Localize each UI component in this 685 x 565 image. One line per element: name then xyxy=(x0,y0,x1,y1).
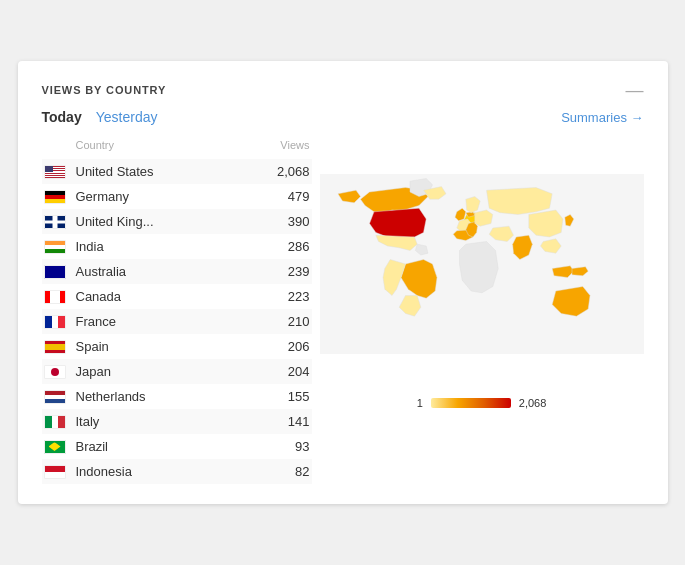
country-views: 204 xyxy=(270,364,310,379)
country-name: Indonesia xyxy=(76,464,270,479)
country-name: United States xyxy=(76,164,270,179)
table-row[interactable]: Netherlands155 xyxy=(42,384,312,409)
flag-de xyxy=(44,190,66,204)
legend-min: 1 xyxy=(417,397,423,409)
flag-id xyxy=(44,465,66,479)
table-section: Country Views United States2,068Germany4… xyxy=(42,139,312,484)
country-views: 206 xyxy=(270,339,310,354)
country-name: France xyxy=(76,314,270,329)
summaries-link[interactable]: Summaries → xyxy=(561,110,643,125)
country-views: 390 xyxy=(270,214,310,229)
flag-it xyxy=(44,415,66,429)
country-name: Netherlands xyxy=(76,389,270,404)
country-name: United King... xyxy=(76,214,270,229)
country-views: 155 xyxy=(270,389,310,404)
table-row[interactable]: Germany479 xyxy=(42,184,312,209)
world-map xyxy=(320,139,644,389)
tab-today[interactable]: Today xyxy=(42,109,82,125)
country-views: 479 xyxy=(270,189,310,204)
flag-es xyxy=(44,340,66,354)
tab-yesterday[interactable]: Yesterday xyxy=(96,109,158,125)
country-views: 82 xyxy=(270,464,310,479)
country-views: 223 xyxy=(270,289,310,304)
table-row[interactable]: Japan204 xyxy=(42,359,312,384)
table-row[interactable]: India286 xyxy=(42,234,312,259)
country-name: Canada xyxy=(76,289,270,304)
tabs-row: Today Yesterday Summaries → xyxy=(42,109,644,125)
card-title: VIEWS BY COUNTRY xyxy=(42,84,167,96)
column-headers: Country Views xyxy=(42,139,312,157)
minimize-icon[interactable]: — xyxy=(626,81,644,99)
table-row[interactable]: Spain206 xyxy=(42,334,312,359)
table-row[interactable]: Italy141 xyxy=(42,409,312,434)
legend-gradient xyxy=(431,398,511,408)
table-row[interactable]: United King...390 xyxy=(42,209,312,234)
card-header: VIEWS BY COUNTRY — xyxy=(42,81,644,99)
flag-jp xyxy=(44,365,66,379)
country-views: 210 xyxy=(270,314,310,329)
map-legend: 1 2,068 xyxy=(417,397,547,409)
flag-gb xyxy=(44,215,66,229)
flag-us xyxy=(44,165,66,179)
legend-max: 2,068 xyxy=(519,397,547,409)
flag-au xyxy=(44,265,66,279)
country-views: 286 xyxy=(270,239,310,254)
country-views: 93 xyxy=(270,439,310,454)
table-row[interactable]: United States2,068 xyxy=(42,159,312,184)
country-name: Japan xyxy=(76,364,270,379)
flag-in xyxy=(44,240,66,254)
country-views: 2,068 xyxy=(270,164,310,179)
flag-fr xyxy=(44,315,66,329)
country-col-header: Country xyxy=(76,139,115,151)
country-name: Australia xyxy=(76,264,270,279)
country-name: Spain xyxy=(76,339,270,354)
flag-nl xyxy=(44,390,66,404)
flag-ca xyxy=(44,290,66,304)
table-row[interactable]: Canada223 xyxy=(42,284,312,309)
table-row[interactable]: Indonesia82 xyxy=(42,459,312,484)
country-list: United States2,068Germany479United King.… xyxy=(42,159,312,484)
country-name: Italy xyxy=(76,414,270,429)
views-by-country-card: VIEWS BY COUNTRY — Today Yesterday Summa… xyxy=(18,61,668,504)
table-row[interactable]: Australia239 xyxy=(42,259,312,284)
map-section: 1 2,068 xyxy=(312,139,644,484)
country-name: Brazil xyxy=(76,439,270,454)
country-views: 141 xyxy=(270,414,310,429)
tabs: Today Yesterday xyxy=(42,109,158,125)
table-row[interactable]: France210 xyxy=(42,309,312,334)
table-row[interactable]: Brazil93 xyxy=(42,434,312,459)
country-name: Germany xyxy=(76,189,270,204)
flag-br xyxy=(44,440,66,454)
country-views: 239 xyxy=(270,264,310,279)
content-area: Country Views United States2,068Germany4… xyxy=(42,139,644,484)
country-name: India xyxy=(76,239,270,254)
views-col-header: Views xyxy=(280,139,309,151)
